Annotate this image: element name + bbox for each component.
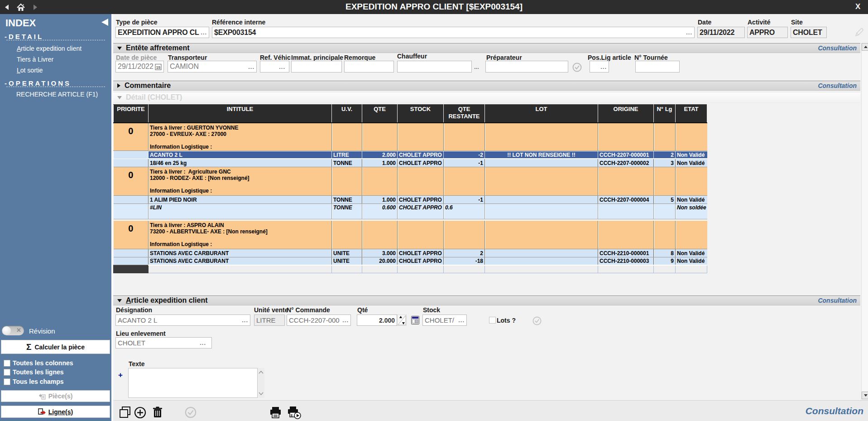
svg-text:15: 15: [156, 65, 161, 69]
svg-text:E: E: [291, 414, 293, 417]
